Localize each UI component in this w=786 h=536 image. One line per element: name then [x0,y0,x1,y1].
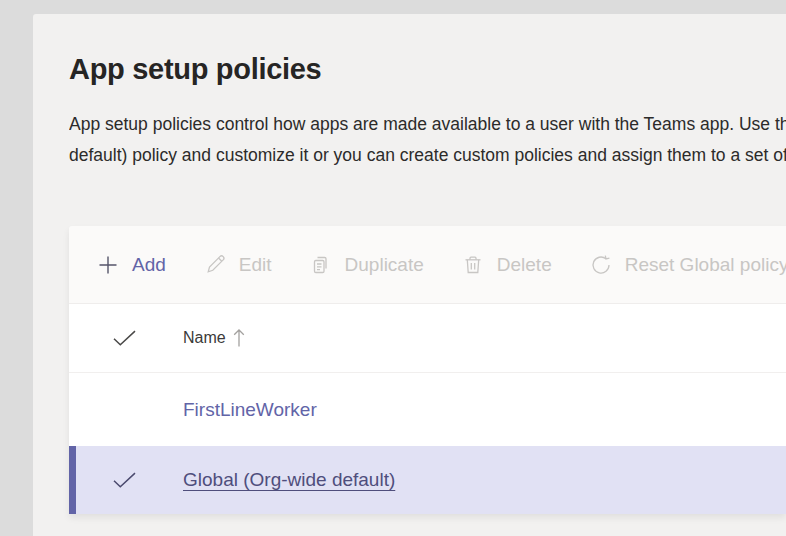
pencil-icon [204,254,226,276]
selected-row-stripe [69,446,76,514]
add-button[interactable]: Add [97,254,166,276]
select-all-checkmark-icon[interactable] [112,330,137,347]
row-selected-checkmark-icon [112,472,137,489]
delete-button-label: Delete [497,254,552,276]
content-card: App setup policies App setup policies co… [33,14,786,536]
table-row-firstlineworker[interactable]: FirstLineWorker [69,372,786,446]
table-header-row: Name [69,303,786,372]
page-title: App setup policies [69,53,321,86]
plus-icon [97,254,119,276]
duplicate-button[interactable]: Duplicate [310,254,424,276]
page-description: App setup policies control how apps are … [69,109,786,171]
reset-icon [590,254,612,276]
table-row-global-org-wide-default[interactable]: Global (Org-wide default) [69,446,786,514]
add-button-label: Add [132,254,166,276]
policy-link-global-org-wide-default[interactable]: Global (Org-wide default) [183,469,395,491]
policies-panel: Add Edit [69,226,786,514]
duplicate-button-label: Duplicate [345,254,424,276]
policies-toolbar: Add Edit [69,226,786,303]
reset-global-policy-button-label: Reset Global policy [625,254,786,276]
edit-button-label: Edit [239,254,272,276]
name-column-header[interactable]: Name [183,328,245,348]
sort-ascending-arrow-icon [233,328,245,348]
teams-admin-screen: App setup policies App setup policies co… [0,0,786,536]
page-description-line1: App setup policies control how apps are … [69,109,786,140]
name-column-label: Name [183,329,226,347]
delete-button[interactable]: Delete [462,254,552,276]
page-description-line2: default) policy and customize it or you … [69,140,786,171]
trash-icon [462,254,484,276]
edit-button[interactable]: Edit [204,254,272,276]
policy-link-firstlineworker[interactable]: FirstLineWorker [183,399,317,421]
reset-global-policy-button[interactable]: Reset Global policy [590,254,786,276]
copy-icon [310,254,332,276]
